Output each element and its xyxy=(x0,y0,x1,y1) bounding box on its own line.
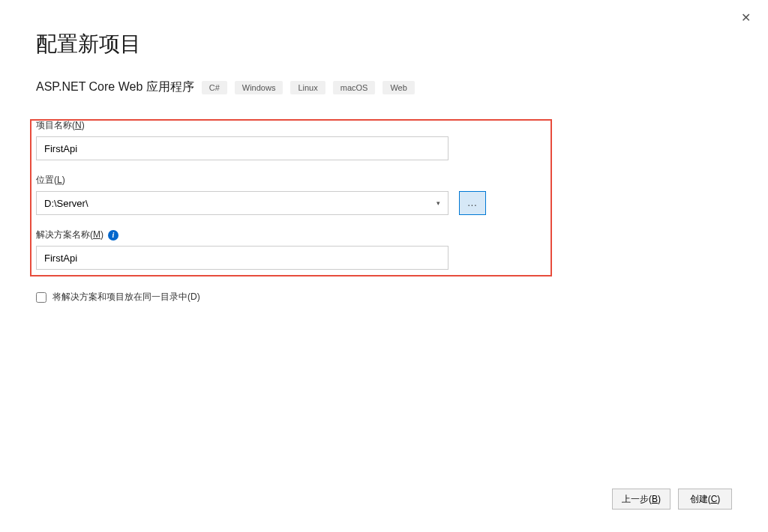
solution-name-group: 解决方案名称(M) i xyxy=(36,229,732,270)
solution-name-label: 解决方案名称(M) i xyxy=(36,229,732,241)
location-value: D:\Server\ xyxy=(44,198,436,209)
tag-macos: macOS xyxy=(333,81,376,94)
page-title: 配置新项目 xyxy=(36,30,732,58)
tag-linux: Linux xyxy=(290,81,325,94)
back-button[interactable]: 上一步(B) xyxy=(612,489,670,510)
solution-name-input[interactable] xyxy=(36,246,448,270)
close-button[interactable]: ✕ xyxy=(735,7,757,28)
header: 配置新项目 ASP.NET Core Web 应用程序 C# Windows L… xyxy=(0,0,768,110)
location-label: 位置(L) xyxy=(36,174,732,187)
project-name-input[interactable] xyxy=(36,136,448,160)
same-directory-checkbox[interactable] xyxy=(36,292,46,303)
tag-windows: Windows xyxy=(235,81,284,94)
project-name-label: 项目名称(N) xyxy=(36,119,732,132)
footer: 上一步(B) 创建(C) xyxy=(612,489,732,510)
subtitle-row: ASP.NET Core Web 应用程序 C# Windows Linux m… xyxy=(36,79,732,95)
location-group: 位置(L) D:\Server\ ▾ ... xyxy=(36,174,732,215)
location-combobox[interactable]: D:\Server\ ▾ xyxy=(36,191,448,215)
form-area: 项目名称(N) 位置(L) D:\Server\ ▾ ... 解决方案名称(M)… xyxy=(36,119,732,303)
project-template-name: ASP.NET Core Web 应用程序 xyxy=(36,79,194,95)
chevron-down-icon: ▾ xyxy=(436,199,440,207)
same-directory-row: 将解决方案和项目放在同一目录中(D) xyxy=(36,291,732,303)
close-icon: ✕ xyxy=(741,11,751,24)
project-name-group: 项目名称(N) xyxy=(36,119,732,160)
browse-button[interactable]: ... xyxy=(459,191,486,215)
same-directory-label[interactable]: 将解决方案和项目放在同一目录中(D) xyxy=(52,291,200,303)
tag-web: Web xyxy=(382,81,414,94)
info-icon[interactable]: i xyxy=(108,230,118,241)
create-button[interactable]: 创建(C) xyxy=(678,489,732,510)
tag-csharp: C# xyxy=(202,81,227,94)
